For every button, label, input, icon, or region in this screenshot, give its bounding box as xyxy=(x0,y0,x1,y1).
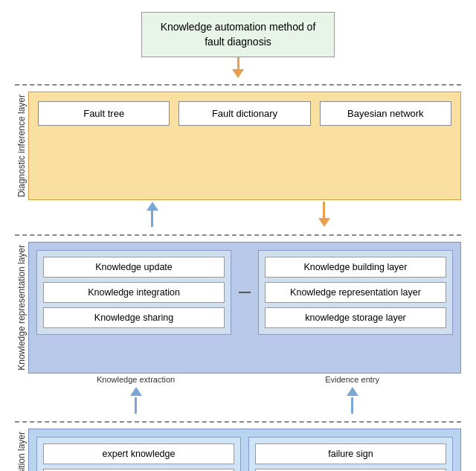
main-title: Knowledge automation method of fault dia… xyxy=(161,21,316,48)
expert-knowledge-item: expert knowledge xyxy=(43,443,234,464)
representation-layer-row: Knowledge representation layer Knowledge… xyxy=(15,242,461,374)
rep-right-col: Knowledge building layer Knowledge repre… xyxy=(258,250,453,335)
h-connector-line xyxy=(239,292,251,293)
knowledge-storage-item: knowledge storage layer xyxy=(265,307,446,328)
dashed-separator-2 xyxy=(15,234,461,236)
knowledge-rep-layer-item: Knowledge representation layer xyxy=(265,282,446,303)
failure-sign-item: failure sign xyxy=(255,443,446,464)
representation-layer-label: Knowledge representation layer xyxy=(15,242,28,374)
inference-layer-content: Fault tree Fault dictionary Bayesian net… xyxy=(28,92,461,200)
arrow-head-orange-down-right xyxy=(318,218,330,227)
arrow-shaft-orange-down xyxy=(323,202,325,218)
inference-layer-row: Diagnostic inference layer Fault tree Fa… xyxy=(15,92,461,200)
inference-boxes-row: Fault tree Fault dictionary Bayesian net… xyxy=(38,101,451,126)
dashed-separator-1 xyxy=(15,84,461,86)
bayesian-network-box: Bayesian network xyxy=(320,101,451,126)
fault-tree-box: Fault tree xyxy=(38,101,170,126)
acquisition-layer-row: Knowledge acquisition layer expert knowl… xyxy=(15,429,461,471)
top-title-box: Knowledge automation method of fault dia… xyxy=(141,12,335,57)
representation-layer-content: Knowledge update Knowledge integration K… xyxy=(28,242,461,374)
acq-left-col: expert knowledge Information historical … xyxy=(36,437,241,471)
arrow-shaft-blue-up-extract xyxy=(135,397,137,414)
arrows-inference-rep xyxy=(22,200,454,228)
rep-h-connector xyxy=(239,250,251,335)
fault-dictionary-box: Fault dictionary xyxy=(178,101,310,126)
arrow-shaft-blue-up-left xyxy=(151,211,153,227)
extraction-label: Knowledge extraction xyxy=(97,375,175,384)
acquisition-layer-content: expert knowledge Information historical … xyxy=(28,429,461,471)
arrow-head-blue-up-extract xyxy=(130,387,142,396)
arrow-down-right xyxy=(318,202,330,227)
knowledge-sharing-item: Knowledge sharing xyxy=(43,307,225,328)
rep-inner-cols: Knowledge update Knowledge integration K… xyxy=(36,250,453,335)
arrow-head-blue-up-evidence xyxy=(347,387,358,396)
arrow-col-left-extract: Knowledge extraction xyxy=(97,375,175,414)
arrow-up-left xyxy=(147,202,158,227)
arrow-shaft-blue-up-evidence xyxy=(351,397,353,414)
arrow-head-blue-up-left xyxy=(147,202,158,211)
rep-left-col: Knowledge update Knowledge integration K… xyxy=(36,250,231,335)
dashed-separator-3 xyxy=(15,421,461,423)
arrows-rep-acq: Knowledge extraction Evidence entry xyxy=(22,374,454,415)
knowledge-integration-item: Knowledge integration xyxy=(43,282,225,303)
arrow-head-orange-down xyxy=(232,69,244,78)
acq-right-col: failure sign signal processing data coll… xyxy=(248,437,453,471)
inference-layer-label: Diagnostic inference layer xyxy=(15,92,28,200)
acquisition-layer-label: Knowledge acquisition layer xyxy=(15,429,28,471)
arrow-top-to-inference xyxy=(237,57,239,69)
diagram: Knowledge automation method of fault dia… xyxy=(15,12,461,471)
arrow-col-right-evidence: Evidence entry xyxy=(325,375,379,414)
knowledge-building-item: Knowledge building layer xyxy=(265,257,446,278)
knowledge-update-item: Knowledge update xyxy=(43,257,225,278)
evidence-label: Evidence entry xyxy=(325,375,379,384)
